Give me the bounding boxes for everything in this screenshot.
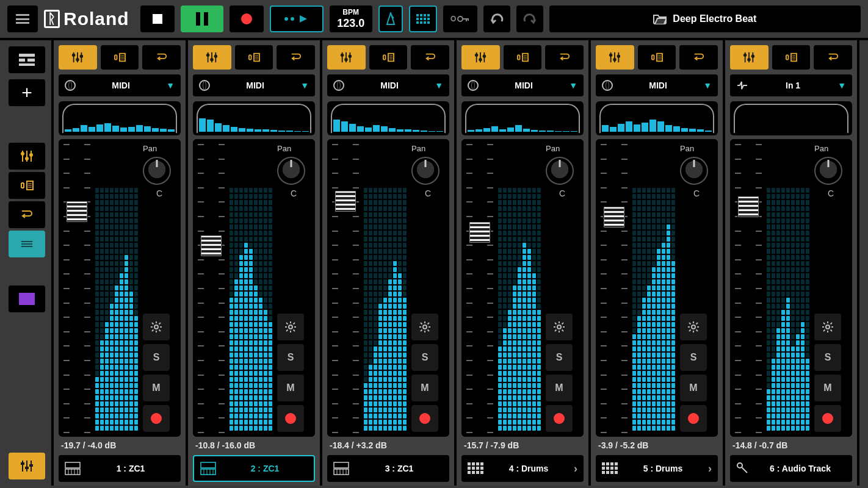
channel-sends-button[interactable] <box>814 45 852 70</box>
input-selector[interactable]: MIDI▼ <box>327 74 449 96</box>
track-footer[interactable]: 1 : ZC1 <box>59 455 181 482</box>
channel-settings-button[interactable] <box>461 45 500 70</box>
pan-knob[interactable] <box>277 157 305 185</box>
channel-settings-button[interactable] <box>327 45 366 70</box>
mute-button[interactable]: M <box>143 375 170 401</box>
sidebar-mixer-button[interactable] <box>9 143 45 170</box>
fader-handle[interactable] <box>737 196 759 218</box>
db-readout: -3.9 / -5.2 dB <box>596 440 718 450</box>
fader-handle[interactable] <box>335 190 356 212</box>
channel-settings-button[interactable] <box>59 45 97 70</box>
redo-button[interactable] <box>516 5 543 32</box>
svg-rect-160 <box>602 467 605 470</box>
track-footer[interactable]: 2 : ZC1 <box>193 455 315 482</box>
record-button[interactable] <box>230 5 264 32</box>
svg-point-59 <box>211 58 214 61</box>
mute-button[interactable]: M <box>277 375 304 401</box>
solo-button[interactable]: S <box>411 344 438 371</box>
channel-inserts-button[interactable] <box>235 45 273 70</box>
input-selector[interactable]: In 1▼ <box>730 74 852 96</box>
add-track-button[interactable]: + <box>9 79 45 106</box>
project-selector[interactable]: Deep Electro Beat <box>549 5 861 32</box>
channel-sends-button[interactable] <box>545 45 584 70</box>
sidebar-io-button[interactable] <box>9 231 45 257</box>
pan-knob[interactable] <box>814 157 842 185</box>
arm-record-button[interactable] <box>814 405 841 432</box>
channel-gear-button[interactable] <box>814 314 841 340</box>
input-selector[interactable]: MIDI▼ <box>59 74 181 96</box>
pan-knob[interactable] <box>680 157 708 185</box>
pan-knob[interactable] <box>411 157 439 185</box>
bpm-display[interactable]: BPM 123.0 <box>330 5 372 32</box>
channel-sends-button[interactable] <box>411 45 449 70</box>
fader-track[interactable] <box>332 144 359 432</box>
channel-inserts-button[interactable] <box>504 45 542 70</box>
channel-settings-button[interactable] <box>730 45 769 70</box>
mute-button[interactable]: M <box>680 375 707 401</box>
arm-record-button[interactable] <box>411 405 438 432</box>
channel-gear-button[interactable] <box>277 314 304 340</box>
channel-sends-button[interactable] <box>277 45 315 70</box>
solo-button[interactable]: S <box>143 344 170 371</box>
track-footer[interactable]: 5 : Drums› <box>596 455 718 482</box>
channel-sends-button[interactable] <box>142 45 181 70</box>
channel-gear-button[interactable] <box>546 314 573 340</box>
channel-inserts-button[interactable] <box>101 45 139 70</box>
track-footer[interactable]: 4 : Drums› <box>461 455 584 482</box>
send-loop-icon <box>693 52 705 63</box>
mute-button[interactable]: M <box>814 375 841 401</box>
metronome-button[interactable] <box>378 5 403 32</box>
level-meters <box>95 144 138 432</box>
arm-record-button[interactable] <box>680 405 707 432</box>
svg-line-97 <box>428 330 430 332</box>
fader-track[interactable] <box>601 144 627 432</box>
pan-knob[interactable] <box>546 157 574 185</box>
channel-settings-button[interactable] <box>193 45 231 70</box>
solo-button[interactable]: S <box>680 344 707 371</box>
input-selector[interactable]: MIDI▼ <box>596 74 718 96</box>
drum-machine-icon <box>468 462 483 475</box>
grid-button[interactable] <box>409 5 437 32</box>
arm-record-button[interactable] <box>143 405 170 432</box>
fader-handle[interactable] <box>66 201 88 223</box>
sidebar-sends-button[interactable] <box>9 201 45 228</box>
channel-gear-button[interactable] <box>411 314 438 340</box>
play-pause-button[interactable] <box>181 5 223 32</box>
fader-track[interactable] <box>63 144 90 432</box>
stop-button[interactable] <box>140 5 175 32</box>
fader-handle[interactable] <box>200 235 222 257</box>
channel-gear-button[interactable] <box>680 314 707 340</box>
input-selector[interactable]: MIDI▼ <box>461 74 584 96</box>
solo-button[interactable]: S <box>546 344 573 371</box>
channel-sends-button[interactable] <box>679 45 718 70</box>
fader-track[interactable] <box>466 144 493 432</box>
fader-handle[interactable] <box>469 221 491 243</box>
fader-track[interactable] <box>735 144 762 432</box>
mute-button[interactable]: M <box>546 375 573 401</box>
sidebar-keyboard-button[interactable] <box>9 285 45 312</box>
channel-inserts-button[interactable] <box>638 45 676 70</box>
fader-handle[interactable] <box>603 206 625 228</box>
input-selector[interactable]: MIDI▼ <box>193 74 315 96</box>
sidebar-mixer-toggle[interactable] <box>9 453 45 479</box>
menu-button[interactable] <box>7 5 38 32</box>
arm-record-button[interactable] <box>277 405 304 432</box>
fader-track[interactable] <box>198 144 225 432</box>
track-footer[interactable]: 6 : Audio Track <box>730 455 852 482</box>
undo-button[interactable] <box>483 5 510 32</box>
solo-button[interactable]: S <box>814 344 841 371</box>
key-lock-button[interactable]: O <box>443 5 477 32</box>
channel-gear-button[interactable] <box>143 314 170 340</box>
arm-record-button[interactable] <box>546 405 573 432</box>
mute-button[interactable]: M <box>411 375 438 401</box>
solo-button[interactable]: S <box>277 344 304 371</box>
track-footer[interactable]: 3 : ZC1 <box>327 455 449 482</box>
pan-knob[interactable] <box>143 157 171 185</box>
channel-strip: In 1▼PanCSM-14.8 / -0.7 dB6 : Audio Trac… <box>725 40 859 486</box>
arrange-view-button[interactable] <box>9 46 45 73</box>
loop-play-button[interactable] <box>270 5 324 32</box>
sidebar-inserts-button[interactable] <box>9 172 45 199</box>
channel-inserts-button[interactable] <box>772 45 811 70</box>
channel-inserts-button[interactable] <box>369 45 408 70</box>
channel-settings-button[interactable] <box>596 45 634 70</box>
